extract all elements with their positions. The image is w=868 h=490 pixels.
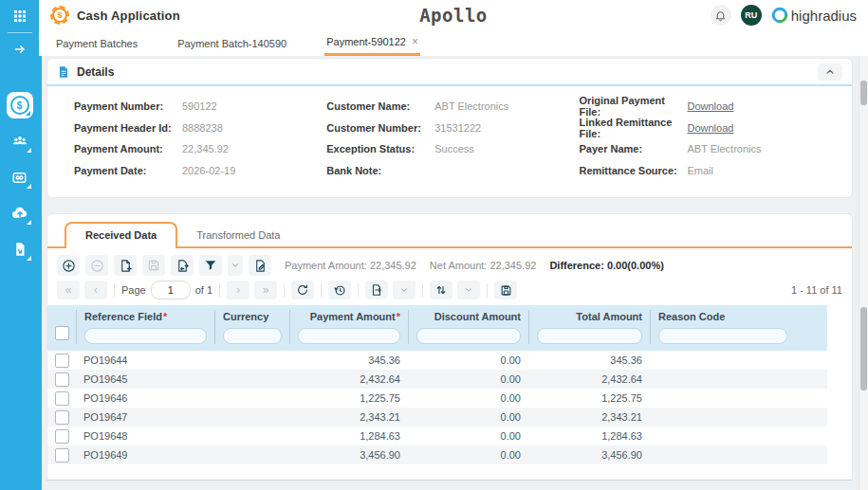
- floppy-icon: [500, 284, 512, 297]
- column-header-reference-field[interactable]: Reference Field*: [84, 310, 207, 324]
- table-row[interactable]: PO19646 1,225.75 0.00 1,225.75: [47, 389, 827, 408]
- table-row[interactable]: PO19647 2,343.21 0.00 2,343.21: [47, 408, 827, 426]
- scrollbar-thumb[interactable]: [860, 81, 867, 105]
- filter-input-reference-field[interactable]: [84, 328, 207, 344]
- row-checkbox[interactable]: [55, 354, 69, 368]
- save-button[interactable]: [142, 255, 165, 276]
- sidebar-item-cloud-upload[interactable]: [7, 200, 33, 227]
- export-options-chevron[interactable]: [393, 281, 416, 299]
- file-edit-icon: [253, 259, 268, 273]
- sidebar-item-documents[interactable]: [7, 236, 33, 263]
- row-checkbox[interactable]: [55, 391, 69, 406]
- edit-file-button[interactable]: [249, 255, 271, 276]
- field-label: Original Payment File:: [579, 95, 687, 118]
- filter-input-currency[interactable]: [223, 328, 282, 344]
- sidebar-item-linked-payments[interactable]: [7, 164, 33, 191]
- field-value: ABT Electronics: [434, 100, 508, 112]
- add-row-button[interactable]: [57, 255, 80, 276]
- next-page-button[interactable]: ›: [227, 281, 249, 299]
- row-checkbox[interactable]: [55, 410, 69, 425]
- grid-toolbar: Payment Amount: 22,345.92 Net Amount: 22…: [47, 248, 852, 281]
- sort-button[interactable]: [430, 281, 452, 299]
- field-label: Payment Header Id:: [74, 122, 182, 134]
- filter-input-total-amount[interactable]: [537, 328, 642, 344]
- tab-transformed-data[interactable]: Transformed Data: [177, 224, 299, 246]
- history-button[interactable]: [328, 281, 351, 299]
- download-linked-remittance-file-link[interactable]: Download: [687, 122, 733, 134]
- field-value: 2026-02-19: [182, 165, 235, 176]
- details-title: Details: [77, 65, 114, 79]
- row-checkbox[interactable]: [55, 429, 69, 444]
- column-header-currency[interactable]: Currency: [223, 310, 282, 324]
- sort-options-chevron[interactable]: [457, 281, 480, 299]
- cell-payment-amount: 1,225.75: [289, 392, 408, 404]
- filter-button[interactable]: [199, 255, 222, 276]
- file-arrows-icon: [175, 259, 190, 273]
- field-label: Payment Date:: [74, 165, 182, 176]
- column-header-reason-code[interactable]: Reason Code: [658, 310, 820, 324]
- expand-sidebar-icon[interactable]: [0, 33, 39, 65]
- filter-input-discount-amount[interactable]: [416, 328, 521, 344]
- apps-grid-icon[interactable]: [0, 0, 39, 32]
- sidebar-item-cash-app[interactable]: $: [7, 92, 33, 118]
- table-row[interactable]: PO19644 345.36 0.00 345.36: [47, 351, 827, 370]
- tab-payment-batches[interactable]: Payment Batches: [54, 30, 139, 56]
- cell-payment-amount: 3,456.90: [289, 449, 408, 461]
- collapse-details-button[interactable]: [818, 64, 842, 81]
- page-number-input[interactable]: [151, 281, 191, 299]
- main-area: $ Cash Application Apollo RU highradius …: [39, 0, 868, 490]
- required-asterisk: *: [163, 311, 167, 322]
- row-checkbox[interactable]: [55, 448, 69, 463]
- column-header-total-amount[interactable]: Total Amount: [537, 310, 642, 324]
- table-header: Reference Field* Currency Payment Amount…: [47, 305, 827, 351]
- field-label: Linked Remittance File:: [579, 117, 687, 139]
- table-row[interactable]: PO19648 1,284.63 0.00 1,284.63: [47, 426, 827, 445]
- filter-input-payment-amount[interactable]: [298, 328, 400, 344]
- sidebar: $: [0, 0, 39, 490]
- brand-logo: highradius: [771, 7, 857, 24]
- tab-payment-batch[interactable]: Payment Batch-140590: [175, 30, 288, 56]
- close-tab-icon[interactable]: ×: [412, 36, 418, 47]
- cell-payment-amount: 345.36: [289, 354, 408, 366]
- previous-page-button[interactable]: ‹: [84, 281, 107, 299]
- select-all-checkbox[interactable]: [55, 326, 69, 340]
- refresh-button[interactable]: [291, 281, 314, 299]
- notification-bell-icon[interactable]: [711, 5, 731, 26]
- data-panel: Received Data Transformed Data: [46, 213, 853, 481]
- tab-received-data[interactable]: Received Data: [65, 222, 177, 248]
- row-checkbox[interactable]: [55, 372, 69, 387]
- filter-input-reason-code[interactable]: [658, 328, 787, 344]
- details-document-icon: [57, 65, 70, 79]
- update-file-button[interactable]: [171, 255, 194, 276]
- pagination-bar: « ‹ Page of 1 › »: [47, 281, 852, 305]
- vertical-scrollbar[interactable]: [859, 56, 868, 490]
- field-value: 590122: [182, 100, 217, 112]
- save-layout-button[interactable]: [494, 281, 517, 299]
- cash-application-logo-icon: $: [50, 6, 69, 25]
- download-original-payment-file-link[interactable]: Download: [687, 100, 733, 112]
- column-header-discount-amount[interactable]: Discount Amount: [416, 310, 521, 324]
- user-avatar[interactable]: RU: [741, 5, 762, 26]
- last-page-button[interactable]: »: [254, 281, 277, 299]
- details-fields: Payment Number:590122 Payment Header Id:…: [47, 86, 852, 181]
- export-button[interactable]: [365, 281, 388, 299]
- filter-options-chevron[interactable]: [228, 255, 243, 276]
- sidebar-item-customers[interactable]: [7, 128, 33, 154]
- document-export-icon: [11, 241, 28, 258]
- add-file-button[interactable]: [114, 255, 137, 276]
- tab-payment[interactable]: Payment-590122 ×: [324, 30, 420, 56]
- details-header: Details: [47, 59, 852, 86]
- table-row[interactable]: PO19649 3,456.90 0.00 3,456.90: [47, 445, 827, 464]
- row-range-label: 1 - 11 of 11: [791, 284, 842, 296]
- cell-total-amount: 2,432.64: [528, 373, 650, 385]
- remove-row-button[interactable]: [85, 255, 108, 276]
- table-row[interactable]: PO19645 2,432.64 0.00 2,432.64: [47, 370, 827, 389]
- field-value: 22,345.92: [182, 143, 229, 154]
- chevron-down-icon: [399, 285, 409, 295]
- field-label: Payment Amount:: [74, 143, 182, 154]
- grid-scrollbar-thumb[interactable]: [860, 307, 867, 390]
- link-icon: [10, 169, 28, 187]
- details-panel: Details Payment Number:590122 Payment He…: [46, 58, 853, 198]
- column-header-payment-amount[interactable]: Payment Amount*: [298, 310, 400, 324]
- first-page-button[interactable]: «: [57, 281, 80, 299]
